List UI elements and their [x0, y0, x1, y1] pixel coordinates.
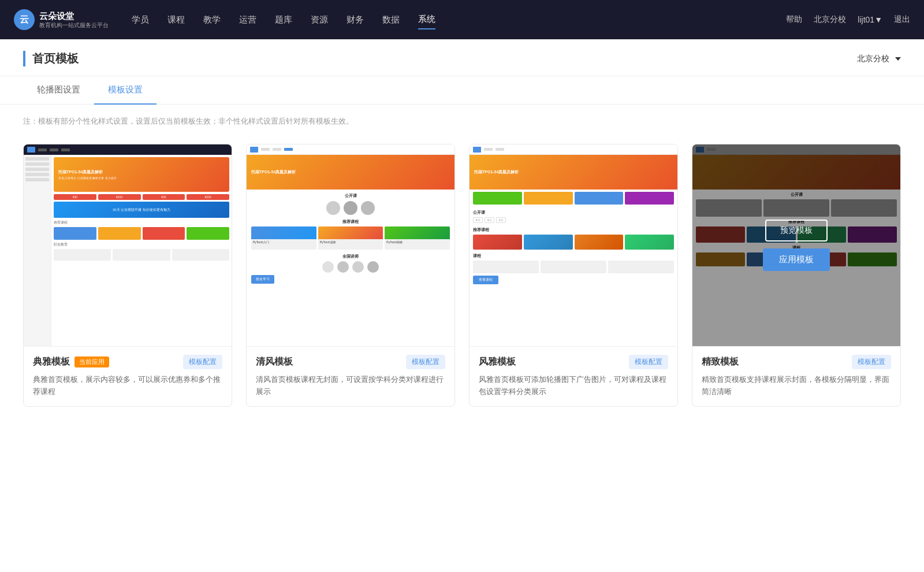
template-card-fengya: 托福TPO1-54真题及解析 公开课 ¥ 0 [469, 144, 678, 407]
nav-item-students[interactable]: 学员 [132, 11, 149, 29]
template-name-dianghya: 典雅模板 [33, 356, 70, 368]
nav-item-teaching[interactable]: 教学 [203, 11, 221, 29]
template-overlay-jingzhi: 预览模板 应用模板 [692, 144, 900, 346]
template-card-jingzhi: 公开课 推荐课程 课程 [692, 144, 901, 407]
config-button-jingzhi[interactable]: 模板配置 [852, 355, 891, 369]
note-text: 注：模板有部分个性化样式设置，设置后仅当前模板生效；非个性化样式设置后针对所有模… [0, 105, 924, 138]
template-name-fengya: 风雅模板 [479, 356, 516, 368]
nav-item-courses[interactable]: 课程 [167, 11, 185, 29]
main-nav: 云 云朵设堂 教育机构一站式服务云平台 学员 课程 教学 运营 题库 资源 财务… [0, 0, 924, 39]
preview-button-jingzhi[interactable]: 预览模板 [765, 220, 828, 242]
logo: 云 云朵设堂 教育机构一站式服务云平台 [14, 9, 109, 30]
template-name-qingfeng: 清风模板 [256, 356, 293, 368]
nav-item-system[interactable]: 系统 [418, 10, 435, 29]
template-name-jingzhi: 精致模板 [702, 356, 739, 368]
nav-logout[interactable]: 退出 [894, 14, 910, 25]
tab-carousel[interactable]: 轮播图设置 [23, 76, 94, 105]
template-preview-dianghya: 托福TPO1-54真题及解析 学员 口语考分 口连整改造 解析文章 实力提升 ¥… [24, 144, 232, 347]
nav-branch[interactable]: 北京分校 [814, 14, 846, 25]
apply-button-jingzhi[interactable]: 应用模板 [763, 248, 830, 271]
page-content: 首页模板 北京分校 轮播图设置 模板设置 注：模板有部分个性化样式设置，设置后仅… [0, 39, 924, 572]
config-button-dianghya[interactable]: 模板配置 [183, 355, 222, 369]
template-desc-jingzhi: 精致首页模板支持课程展示封面，各模板分隔明显，界面简洁清晰 [702, 374, 891, 398]
tabs-bar: 轮播图设置 模板设置 [0, 76, 924, 105]
nav-user[interactable]: lijt01▼ [858, 15, 882, 24]
template-info-dianghya: 典雅模板 当前应用 模板配置 典雅首页模板，展示内容较多，可以展示优惠券和多个推… [24, 347, 232, 406]
page-title: 首页模板 [23, 51, 79, 66]
nav-item-resources[interactable]: 资源 [311, 11, 328, 29]
template-preview-jingzhi: 公开课 推荐课程 课程 [692, 144, 900, 347]
nav-help[interactable]: 帮助 [786, 14, 802, 25]
logo-icon: 云 [14, 9, 35, 30]
nav-menu: 学员 课程 教学 运营 题库 资源 财务 数据 系统 [132, 10, 786, 29]
template-desc-fengya: 风雅首页模板可添加轮播图下广告图片，可对课程及课程包设置学科分类展示 [479, 374, 668, 398]
template-desc-dianghya: 典雅首页模板，展示内容较多，可以展示优惠券和多个推荐课程 [33, 374, 222, 398]
branch-selector[interactable]: 北京分校 [857, 54, 901, 64]
template-preview-fengya: 托福TPO1-54真题及解析 公开课 ¥ 0 [470, 144, 677, 347]
config-button-qingfeng[interactable]: 模板配置 [406, 355, 445, 369]
current-badge-dianghya: 当前应用 [74, 356, 109, 367]
nav-item-data[interactable]: 数据 [382, 11, 400, 29]
page-header: 首页模板 北京分校 [0, 39, 924, 76]
nav-item-operations[interactable]: 运营 [239, 11, 256, 29]
template-info-jingzhi: 精致模板 模板配置 精致首页模板支持课程展示封面，各模板分隔明显，界面简洁清晰 [692, 347, 900, 406]
template-info-qingfeng: 清风模板 模板配置 清风首页模板课程无封面，可设置按学科分类对课程进行展示 [247, 347, 454, 406]
template-card-dianghya: 托福TPO1-54真题及解析 学员 口语考分 口连整改造 解析文章 实力提升 ¥… [23, 144, 232, 407]
nav-item-questions[interactable]: 题库 [275, 11, 292, 29]
sim-header [24, 144, 232, 155]
nav-item-finance[interactable]: 财务 [346, 11, 364, 29]
template-preview-qingfeng: 托福TPO1-54真题及解析 公开课 推荐课程 [247, 144, 454, 347]
chevron-down-icon [895, 57, 901, 61]
config-button-fengya[interactable]: 模板配置 [629, 355, 668, 369]
template-desc-qingfeng: 清风首页模板课程无封面，可设置按学科分类对课程进行展示 [256, 374, 445, 398]
tab-template[interactable]: 模板设置 [94, 76, 157, 105]
logo-text: 云朵设堂 教育机构一站式服务云平台 [39, 10, 109, 29]
template-info-fengya: 风雅模板 模板配置 风雅首页模板可添加轮播图下广告图片，可对课程及课程包设置学科… [470, 347, 677, 406]
nav-right: 帮助 北京分校 lijt01▼ 退出 [786, 14, 910, 25]
template-grid: 托福TPO1-54真题及解析 学员 口语考分 口连整改造 解析文章 实力提升 ¥… [0, 138, 924, 430]
template-card-qingfeng: 托福TPO1-54真题及解析 公开课 推荐课程 [246, 144, 455, 407]
